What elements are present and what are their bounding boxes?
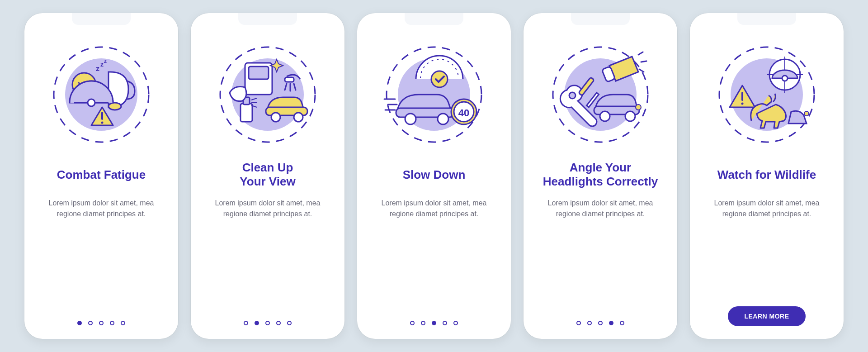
svg-rect-14	[249, 67, 269, 79]
screen-body-text: Lorem ipsum dolor sit amet, mea regione …	[700, 198, 834, 219]
svg-point-46	[569, 92, 576, 99]
headlights-illustration-icon	[542, 36, 659, 153]
svg-line-39	[638, 52, 643, 55]
svg-point-44	[625, 111, 635, 121]
svg-point-54	[782, 76, 788, 81]
svg-rect-15	[285, 77, 294, 82]
screen-title: Watch for Wildlife	[714, 160, 820, 190]
svg-point-20	[271, 113, 280, 122]
svg-text:z: z	[96, 65, 99, 72]
svg-text:40: 40	[458, 107, 469, 119]
onboarding-screen-angle-headlights: Angle YourHeadlights CorrectlyLorem ipsu…	[524, 13, 677, 339]
pagination-dots	[244, 321, 292, 325]
svg-point-28	[405, 114, 416, 124]
svg-line-40	[641, 61, 646, 62]
svg-text:z: z	[104, 58, 107, 64]
pagination-dot-3[interactable]	[265, 321, 270, 325]
screen-title: Clean UpYour View	[236, 160, 299, 190]
onboarding-screen-combat-fatigue: z z z Combat FatigueLorem ipsum dolor si…	[24, 13, 178, 339]
svg-point-21	[294, 113, 303, 122]
svg-point-43	[600, 111, 610, 121]
svg-point-8	[88, 99, 95, 106]
pagination-dot-4[interactable]	[443, 321, 447, 325]
screen-body-text: Lorem ipsum dolor sit amet, mea regione …	[201, 198, 335, 219]
svg-point-57	[804, 111, 809, 116]
slow-illustration-icon: 40	[375, 36, 493, 153]
screen-body-text: Lorem ipsum dolor sit amet, mea regione …	[367, 198, 501, 219]
pagination-dot-4[interactable]	[276, 321, 281, 325]
svg-rect-22	[241, 104, 252, 122]
pagination-dot-5[interactable]	[287, 321, 292, 325]
pagination-dot-4[interactable]	[609, 321, 613, 325]
onboarding-screen-clean-up-view: Clean UpYour ViewLorem ipsum dolor sit a…	[191, 13, 344, 339]
svg-text:z: z	[100, 61, 104, 68]
pagination-dot-4[interactable]	[110, 321, 114, 325]
onboarding-screen-watch-wildlife: Watch for WildlifeLorem ipsum dolor sit …	[690, 13, 844, 339]
svg-point-45	[636, 105, 641, 110]
fatigue-illustration-icon: z z z	[42, 36, 160, 153]
svg-point-10	[101, 122, 104, 124]
pagination-dot-5[interactable]	[453, 321, 458, 325]
svg-point-2	[108, 103, 121, 110]
onboarding-screen-slow-down: 40 Slow DownLorem ipsum dolor sit amet, …	[357, 13, 511, 339]
phone-notch	[405, 13, 463, 25]
pagination-dot-3[interactable]	[432, 321, 436, 325]
pagination-dot-3[interactable]	[99, 321, 104, 325]
pagination-dot-1[interactable]	[576, 321, 581, 325]
screen-title: Angle YourHeadlights Correctly	[539, 160, 661, 190]
svg-point-29	[438, 114, 448, 124]
phone-notch	[238, 13, 297, 25]
pagination-dot-2[interactable]	[587, 321, 592, 325]
screen-title: Combat Fatigue	[53, 160, 149, 190]
screen-body-text: Lorem ipsum dolor sit amet, mea regione …	[34, 198, 168, 219]
pagination-dot-2[interactable]	[421, 321, 425, 325]
screen-title: Slow Down	[399, 160, 469, 190]
pagination-dot-5[interactable]	[121, 321, 125, 325]
pagination-dots	[410, 321, 458, 325]
pagination-dots	[77, 321, 125, 325]
phone-notch	[72, 13, 131, 25]
learn-more-button[interactable]: LEARN MORE	[728, 306, 805, 326]
svg-point-26	[431, 71, 448, 87]
wildlife-illustration-icon	[708, 36, 826, 153]
pagination-dot-3[interactable]	[598, 321, 603, 325]
screen-body-text: Lorem ipsum dolor sit amet, mea regione …	[533, 198, 667, 219]
clean-illustration-icon	[209, 36, 326, 153]
pagination-dot-2[interactable]	[255, 321, 259, 325]
pagination-dot-5[interactable]	[620, 321, 624, 325]
phone-notch	[737, 13, 796, 25]
pagination-dot-2[interactable]	[88, 321, 93, 325]
pagination-dot-1[interactable]	[410, 321, 415, 325]
phone-notch	[571, 13, 630, 25]
pagination-dot-1[interactable]	[77, 321, 82, 325]
svg-line-41	[639, 69, 644, 72]
pagination-dot-1[interactable]	[244, 321, 248, 325]
pagination-dots	[576, 321, 624, 325]
svg-point-56	[741, 103, 744, 105]
onboarding-screens-row: z z z Combat FatigueLorem ipsum dolor si…	[24, 13, 844, 339]
